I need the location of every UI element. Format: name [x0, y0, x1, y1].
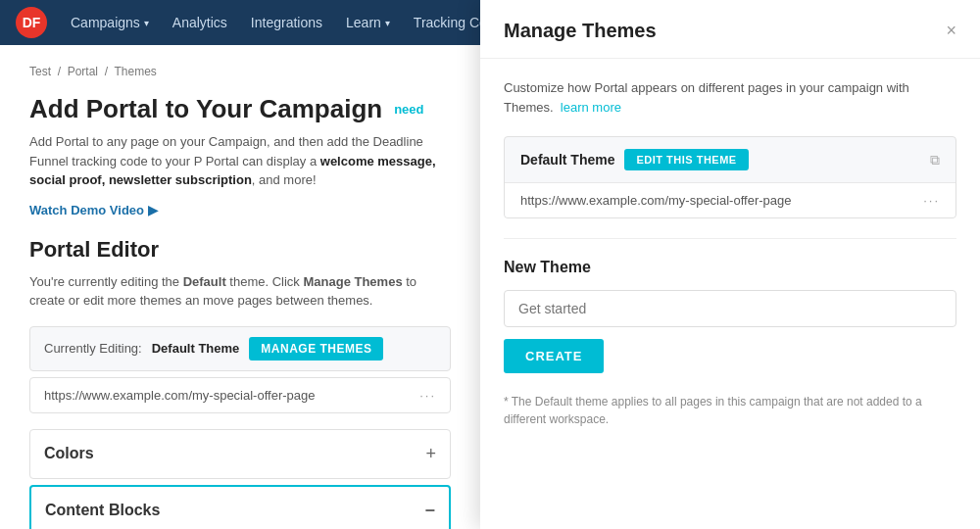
nav-item-campaigns[interactable]: Campaigns ▾	[71, 15, 149, 30]
main-content-area: Test / Portal / Themes Add Portal to You…	[0, 45, 480, 529]
logo-text: DF	[23, 15, 41, 30]
chevron-down-icon: ▾	[144, 18, 149, 28]
page-description: Add Portal to any page on your Campaign,…	[29, 132, 451, 190]
divider	[504, 238, 956, 239]
expand-icon: +	[425, 444, 436, 464]
default-theme-url: https://www.example.com/my-special-offer…	[520, 193, 791, 208]
edit-this-theme-button[interactable]: EDIT THIS THEME	[624, 149, 748, 170]
default-theme-name: Default Theme	[520, 152, 614, 168]
panel-title: Manage Themes	[504, 20, 657, 42]
default-theme-url-row: https://www.example.com/my-special-offer…	[505, 182, 956, 217]
default-theme-row-header: Default Theme EDIT THIS THEME ⧉	[505, 137, 956, 182]
page-title: Add Portal to Your Campaign need	[29, 94, 451, 124]
new-theme-input[interactable]	[504, 290, 956, 327]
url-row: https://www.example.com/my-special-offer…	[29, 377, 451, 413]
breadcrumb-themes[interactable]: Themes	[115, 65, 157, 78]
collapse-icon[interactable]: −	[424, 501, 435, 521]
more-options-icon[interactable]: ···	[419, 388, 436, 403]
theme-row-left: Default Theme EDIT THIS THEME	[520, 149, 749, 170]
nav-logo[interactable]: DF	[16, 7, 47, 38]
watch-demo-link[interactable]: Watch Demo Video ▶	[29, 203, 158, 217]
copy-icon[interactable]: ⧉	[930, 152, 940, 168]
nav-item-analytics[interactable]: Analytics	[172, 15, 227, 30]
currently-editing-label: Currently Editing:	[44, 341, 142, 356]
need-help-link[interactable]: need	[394, 102, 423, 117]
nav-item-learn[interactable]: Learn ▾	[346, 15, 390, 30]
breadcrumb: Test / Portal / Themes	[29, 65, 451, 78]
colors-section-title: Colors	[44, 445, 94, 462]
theme-bar: Currently Editing: Default Theme MANAGE …	[29, 326, 451, 371]
content-blocks-title: Content Blocks −	[45, 501, 435, 521]
portal-editor-description: You're currently editing the Default the…	[29, 272, 451, 311]
panel-description: Customize how Portal appears on differen…	[504, 78, 956, 117]
portal-editor-title: Portal Editor	[29, 237, 451, 263]
theme-url-more-icon[interactable]: ···	[923, 193, 940, 208]
panel-body: Customize how Portal appears on differen…	[480, 59, 980, 529]
url-text: https://www.example.com/my-special-offer…	[44, 388, 315, 403]
colors-section-header[interactable]: Colors +	[29, 429, 451, 479]
chevron-down-icon: ▾	[385, 18, 390, 28]
arrow-icon: ▶	[148, 203, 158, 217]
panel-footer-note: * The Default theme applies to all pages…	[504, 393, 956, 428]
manage-themes-button[interactable]: MANAGE THEMES	[249, 337, 383, 361]
current-theme-name: Default Theme	[152, 341, 240, 356]
learn-more-link[interactable]: learn more	[561, 100, 621, 115]
breadcrumb-test[interactable]: Test	[29, 65, 51, 78]
nav-item-integrations[interactable]: Integrations	[251, 15, 322, 30]
default-theme-row: Default Theme EDIT THIS THEME ⧉ https://…	[504, 136, 956, 218]
new-theme-label: New Theme	[504, 259, 956, 276]
manage-themes-panel: Manage Themes × Customize how Portal app…	[480, 0, 980, 529]
close-button[interactable]: ×	[946, 21, 956, 41]
panel-header: Manage Themes ×	[480, 0, 980, 59]
create-theme-button[interactable]: CREATE	[504, 339, 604, 373]
content-blocks-section: Content Blocks − To start, please select…	[29, 485, 451, 530]
breadcrumb-portal[interactable]: Portal	[68, 65, 98, 78]
